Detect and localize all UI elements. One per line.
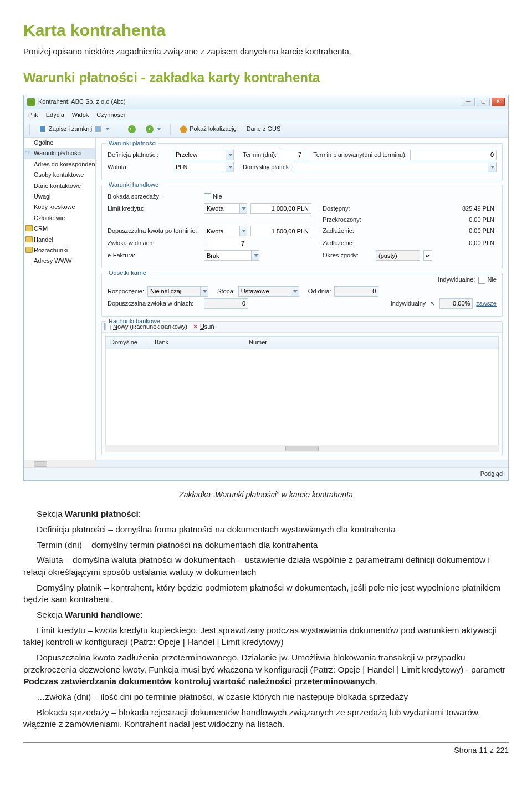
group-rachunki: Rachunki bankowe Nowy (Rachunek bankowy)… (101, 321, 503, 455)
dopuszczalna-value-input[interactable] (250, 226, 311, 236)
sidebar-item-warunki[interactable]: Warunki płatności (24, 148, 95, 159)
label: Waluta: (108, 163, 170, 171)
chevron-down-icon (105, 128, 110, 130)
zawsze-link[interactable]: zawsze (476, 299, 497, 308)
efaktura-combo[interactable] (204, 250, 259, 261)
label: Dopuszczalna kwota po terminie: (108, 227, 201, 235)
waluta-combo[interactable] (173, 162, 234, 172)
prose-p: Domyślny płatnik – kontrahent, który będ… (23, 582, 509, 606)
prose-p: Definicja płatności – domyślna forma pła… (23, 523, 509, 536)
status-podglad[interactable]: Podgląd (480, 470, 503, 478)
menu-czynnosci[interactable]: Czynności (96, 111, 125, 119)
gus-button[interactable]: Dane z GUS (243, 124, 284, 134)
stopa-combo[interactable] (238, 286, 299, 297)
okres-zgody-input[interactable] (376, 250, 420, 261)
label: Termin (dni): (243, 151, 277, 159)
sidebar: Ogólne Warunki płatności Adres do koresp… (24, 138, 96, 460)
label: Indywidualny (391, 299, 426, 308)
sidebar-scrollbar[interactable] (24, 460, 96, 467)
chevron-down-icon (157, 128, 161, 130)
okres-zgody-stepper[interactable]: ▴▾ (423, 250, 432, 261)
label: Zwłoka w dniach: (108, 239, 201, 247)
col-numer[interactable]: Numer (244, 337, 498, 348)
show-location-button[interactable]: Pokaż lokalizację (176, 124, 239, 134)
limit-mode-combo[interactable] (204, 203, 247, 214)
main-panel: Warunki płatności Definicja płatności: T… (96, 138, 508, 460)
sidebar-item-crm[interactable]: CRM (24, 223, 95, 234)
sidebar-item-osoby[interactable]: Osoby kontaktowe (24, 170, 95, 180)
delete-icon: ✕ (193, 323, 198, 331)
menu-widok[interactable]: Widok (72, 111, 89, 119)
indywidualne-checkbox[interactable]: Nie (478, 276, 497, 284)
grid-scrollbar[interactable] (105, 445, 499, 452)
chevron-down-icon (203, 290, 207, 293)
sidebar-item-ogolne[interactable]: Ogólne (24, 138, 95, 148)
nav-back-button[interactable] (125, 124, 139, 134)
bank-grid[interactable]: Domyślne Bank Numer (105, 336, 499, 447)
label: Dostępny: (323, 205, 372, 213)
group-legend: Warunki płatności (106, 139, 158, 147)
termin-input[interactable] (280, 150, 304, 160)
prose-p: Termin (dni) – domyślny termin płatności… (23, 539, 509, 551)
prose-p: Blokada sprzedaży – blokada rejestracji … (23, 706, 509, 730)
col-domyslne[interactable]: Domyślne (106, 337, 150, 348)
sidebar-item-adres[interactable]: Adres do korespondenc (24, 159, 95, 170)
sidebar-item-www[interactable]: Adresy WWW (24, 256, 95, 266)
checkbox-icon (204, 193, 211, 200)
prose: Sekcja Warunki płatności: Definicja płat… (23, 508, 509, 730)
definicja-platnosci-combo[interactable] (173, 150, 234, 160)
od-dnia-input[interactable] (334, 286, 378, 297)
page-footer: Strona 11 z 221 (23, 742, 509, 756)
blokada-checkbox[interactable]: Nie (204, 191, 254, 202)
arrow-left-icon (128, 125, 136, 133)
chevron-down-icon (242, 207, 246, 210)
checkbox-icon (478, 277, 485, 284)
dopuszczalna-mode-combo[interactable] (204, 226, 247, 236)
group-legend: Odsetki karne (106, 269, 149, 277)
save-close-button[interactable]: Zapisz i zamknij (35, 124, 113, 134)
close-button[interactable]: ✕ (492, 98, 505, 106)
sidebar-item-handel[interactable]: Handel (24, 235, 95, 245)
zwloka-input[interactable] (204, 238, 247, 248)
col-bank[interactable]: Bank (150, 337, 244, 348)
nav-forward-button[interactable] (142, 124, 165, 134)
maximize-button[interactable]: ▢ (477, 98, 490, 106)
chevron-down-icon (242, 230, 246, 232)
label: Stopa: (217, 287, 235, 296)
label: Od dnia: (308, 287, 331, 296)
sidebar-item-uwagi[interactable]: Uwagi (24, 191, 95, 202)
window-title: Kontrahent: ABC Sp. z o.o (Abc) (38, 98, 126, 106)
minimize-button[interactable]: — (462, 98, 475, 106)
domyslny-platnik-combo[interactable] (294, 162, 497, 172)
prose-p: Limit kredytu – kwota kredytu kupieckieg… (23, 624, 509, 648)
dostepny-value: 825,49 PLN (376, 205, 497, 213)
prose-p: Waluta – domyślna waluta płatności w dok… (23, 554, 509, 578)
sidebar-item-dane[interactable]: Dane kontaktowe (24, 181, 95, 191)
figure-caption: Zakładka „Warunki płatności" w karcie ko… (23, 490, 509, 501)
save-icon (94, 125, 102, 133)
label: Nie (487, 276, 497, 283)
menu-plik[interactable]: Plik (28, 111, 38, 119)
rozpoczecie-combo[interactable] (147, 286, 208, 297)
prose-p: …zwłoka (dni) – ilość dni po terminie pł… (23, 691, 509, 703)
label: Limit kredytu: (108, 205, 201, 213)
zwloka-odsetki-input[interactable] (204, 298, 248, 309)
label: Termin planowany(dni od terminu): (313, 151, 407, 159)
show-location-label: Pokaż lokalizację (190, 125, 236, 133)
limit-value-input[interactable] (250, 203, 311, 214)
label: Blokada sprzedaży: (108, 192, 201, 201)
label: Domyślny płatnik: (243, 163, 290, 171)
chevron-down-icon (490, 166, 495, 169)
termin-planowany-input[interactable] (410, 150, 497, 160)
chevron-down-icon (254, 254, 258, 257)
usun-button[interactable]: ✕Usuń (193, 323, 214, 331)
arrow-right-icon (146, 125, 154, 133)
cursor-icon: ↖ (430, 299, 435, 308)
label: e-Faktura: (108, 251, 201, 260)
sidebar-item-kody[interactable]: Kody kreskowe (24, 202, 95, 212)
sidebar-item-rozrachunki[interactable]: Rozrachunki (24, 245, 95, 256)
indywidualny-pct[interactable] (439, 298, 473, 309)
sidebar-item-czlonkowie[interactable]: Członkowie (24, 213, 95, 223)
menu-edycja[interactable]: Edycja (46, 111, 64, 119)
chevron-down-icon (228, 166, 233, 169)
